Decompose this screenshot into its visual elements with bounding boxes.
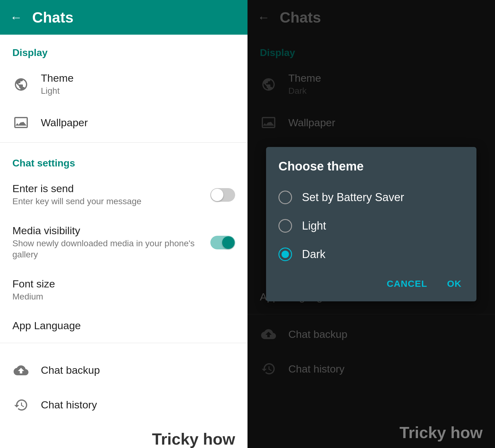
- right-panel: ← Chats Display Theme Dark: [248, 0, 495, 448]
- left-media-visibility-item[interactable]: Media visibility Show newly downloaded m…: [0, 216, 248, 269]
- left-header-title: Chats: [32, 9, 73, 26]
- left-enter-send-item[interactable]: Enter is send Enter key will send your m…: [0, 174, 248, 216]
- left-app-language-item[interactable]: App Language: [0, 311, 248, 340]
- left-font-size-item[interactable]: Font size Medium: [0, 269, 248, 311]
- divider-2: [0, 343, 248, 343]
- left-chat-history-text: Chat history: [41, 399, 235, 411]
- dialog-option-battery-saver[interactable]: Set by Battery Saver: [266, 183, 476, 212]
- left-chat-backup-title: Chat backup: [41, 364, 235, 376]
- left-chat-settings-label: Chat settings: [0, 145, 248, 174]
- dialog-option-dark[interactable]: Dark: [266, 240, 476, 269]
- dialog-overlay: Choose theme Set by Battery Saver Light …: [248, 0, 495, 448]
- left-font-size-subtitle: Medium: [12, 291, 235, 302]
- radio-dark: [278, 248, 292, 261]
- left-theme-subtitle: Light: [41, 85, 235, 97]
- dialog-option-dark-label: Dark: [302, 248, 325, 261]
- left-wallpaper-text: Wallpaper: [41, 117, 235, 129]
- left-header: ← Chats: [0, 0, 248, 35]
- media-visibility-toggle[interactable]: [210, 236, 235, 249]
- dialog-actions: CANCEL OK: [266, 269, 476, 295]
- left-settings-content: Display Theme Light Wallpaper: [0, 35, 248, 448]
- left-font-size-text: Font size Medium: [12, 278, 235, 302]
- enter-send-toggle[interactable]: [210, 188, 235, 202]
- left-media-visibility-text: Media visibility Show newly downloaded m…: [12, 225, 199, 261]
- enter-send-toggle-container: [210, 188, 235, 202]
- left-display-section-label: Display: [0, 35, 248, 63]
- left-chat-backup-item[interactable]: Chat backup: [0, 353, 248, 388]
- left-enter-send-title: Enter is send: [12, 183, 199, 195]
- enter-send-knob: [211, 189, 223, 201]
- theme-icon: [12, 76, 30, 93]
- divider-1: [0, 142, 248, 143]
- left-back-button[interactable]: ←: [10, 11, 22, 24]
- dialog-cancel-button[interactable]: CANCEL: [382, 275, 432, 293]
- left-enter-send-subtitle: Enter key will send your message: [12, 196, 199, 207]
- left-app-language-text: App Language: [12, 320, 235, 332]
- left-media-visibility-subtitle: Show newly downloaded media in your phon…: [12, 238, 199, 261]
- left-chat-history-title: Chat history: [41, 399, 235, 411]
- left-font-size-title: Font size: [12, 278, 235, 290]
- left-panel: ← Chats Display Theme Light: [0, 0, 248, 448]
- wallpaper-icon: [12, 114, 30, 131]
- dialog-option-light[interactable]: Light: [266, 212, 476, 240]
- left-chat-backup-text: Chat backup: [41, 364, 235, 376]
- dialog-title: Choose theme: [266, 159, 476, 183]
- left-media-visibility-title: Media visibility: [12, 225, 199, 237]
- left-app-language-title: App Language: [12, 320, 235, 332]
- chat-backup-icon: [12, 362, 30, 379]
- left-theme-item[interactable]: Theme Light: [0, 63, 248, 105]
- chat-history-icon: [12, 396, 30, 414]
- left-theme-title: Theme: [41, 72, 235, 84]
- left-wallpaper-title: Wallpaper: [41, 117, 235, 129]
- radio-light: [278, 219, 292, 233]
- left-chat-history-item[interactable]: Chat history: [0, 388, 248, 422]
- dialog-ok-button[interactable]: OK: [442, 275, 467, 293]
- left-enter-send-text: Enter is send Enter key will send your m…: [12, 183, 199, 207]
- dialog-option-light-label: Light: [302, 219, 326, 232]
- media-visibility-toggle-container: [210, 236, 235, 249]
- left-theme-text: Theme Light: [41, 72, 235, 97]
- choose-theme-dialog: Choose theme Set by Battery Saver Light …: [266, 147, 476, 301]
- left-wallpaper-item[interactable]: Wallpaper: [0, 105, 248, 140]
- dialog-option-battery-saver-label: Set by Battery Saver: [302, 191, 404, 204]
- media-visibility-knob: [222, 236, 235, 249]
- spacer-1: [0, 346, 248, 353]
- radio-dark-fill: [282, 251, 289, 258]
- radio-battery-saver: [278, 191, 292, 204]
- left-watermark: Tricky how: [0, 422, 248, 448]
